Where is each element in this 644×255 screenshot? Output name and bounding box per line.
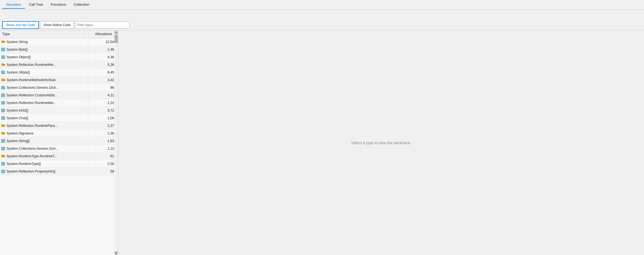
type-name: System.String (7, 40, 28, 44)
type-cell: System.Byte[] (0, 47, 88, 52)
type-row[interactable]: System.String[] 1,838 (0, 137, 118, 145)
show-native-code-button[interactable]: Show Native Code (40, 21, 74, 29)
type-row[interactable]: System.RuntimeType.RuntimeT... 615 (0, 152, 118, 160)
svg-rect-44 (2, 163, 4, 164)
profiler-window: Allocation Call Tree Functions Collectio… (0, 0, 644, 255)
blue-array-icon (1, 108, 5, 113)
type-cell: System.Reflection.CustomAttrib... (0, 93, 88, 97)
show-my-code-button[interactable]: Show Just My Code (2, 21, 39, 29)
content-area: Type Allocations System.String 12,540 (0, 30, 644, 255)
svg-rect-17 (2, 87, 4, 88)
svg-rect-39 (2, 148, 4, 149)
allocation-count: 12,540 (88, 40, 118, 44)
type-name: System.Int32[] (7, 109, 28, 112)
type-name: System.RuntimeType[] (7, 162, 41, 166)
type-row[interactable]: System.Reflection.CustomAttrib... 4,212 (0, 91, 118, 99)
svg-rect-29 (2, 118, 4, 119)
blue-array-icon (1, 146, 5, 151)
type-name: System.RuntimeType.RuntimeT... (7, 154, 57, 158)
orange-class-icon (1, 40, 5, 44)
allocation-count: 1,223 (88, 101, 118, 105)
type-row[interactable]: System.RuntimeMethodInfoStub 3,424 (0, 76, 118, 84)
type-cell: System.Object[] (0, 55, 88, 59)
type-cell: System.Signature (0, 131, 88, 136)
tab-call-tree[interactable]: Call Tree (25, 1, 47, 9)
type-row[interactable]: System.SByte[] 8,459 (0, 69, 118, 76)
type-row[interactable]: System.Collections.Generic.Dicti... 965 (0, 84, 118, 91)
type-cell: System.SByte[] (0, 70, 88, 75)
blue-array-icon (1, 70, 5, 75)
orange-class-icon (1, 78, 5, 82)
type-name: System.Reflection.PropertyInfo[] (7, 170, 55, 173)
type-name: System.Signature (7, 131, 33, 135)
type-name: System.Reflection.RuntimePara... (7, 124, 58, 128)
right-panel: Select a type to view the backtrace. (118, 30, 644, 255)
type-cell: System.Reflection.RuntimeMet... (0, 63, 88, 67)
svg-rect-12 (2, 72, 4, 73)
type-name: System.SByte[] (7, 70, 30, 74)
scroll-thumb[interactable] (115, 35, 118, 43)
scrollbar: ▲ ▼ (114, 30, 118, 255)
blue-array-icon (1, 116, 5, 120)
allocation-count: 965 (88, 86, 118, 90)
blue-array-icon (1, 55, 5, 59)
type-row[interactable]: System.Byte[] 1,483 (0, 46, 118, 53)
svg-rect-4 (2, 49, 4, 50)
type-name: System.Object[] (7, 55, 30, 59)
type-row[interactable]: System.Reflection.RuntimeMet... 5,260 (0, 61, 118, 69)
type-row[interactable]: System.Object[] 4,381 (0, 53, 118, 61)
type-name: System.String[] (7, 139, 30, 143)
type-row[interactable]: System.String 12,540 (0, 38, 118, 46)
blue-array-icon (1, 101, 5, 105)
type-name: System.Reflection.CustomAttrib... (7, 93, 57, 97)
type-row[interactable]: System.Int32[] 3,715 (0, 107, 118, 114)
allocation-count: 1,125 (88, 147, 118, 150)
type-row[interactable]: System.Reflection.RuntimePara... 1,271 (0, 122, 118, 130)
type-row[interactable]: System.Signature 1,368 (0, 130, 118, 137)
type-name: System.RuntimeMethodInfoStub (7, 78, 56, 82)
tab-functions[interactable]: Functions (47, 1, 70, 9)
type-column-header: Type (0, 30, 84, 38)
allocation-count: 2,566 (88, 162, 118, 166)
allocation-count: 596 (88, 170, 118, 173)
type-row[interactable]: System.Reflection.RuntimeMet... 1,223 (0, 99, 118, 107)
svg-rect-23 (2, 102, 4, 103)
orange-class-icon (1, 154, 5, 158)
column-headers: Type Allocations (0, 30, 118, 38)
type-name: System.Collections.Generic.Sort... (7, 147, 58, 150)
allocation-count: 4,381 (88, 55, 118, 59)
allocation-count: 1,271 (88, 124, 118, 128)
scroll-down-button[interactable]: ▼ (114, 251, 118, 255)
left-panel: Type Allocations System.String 12,540 (0, 30, 118, 255)
type-row[interactable]: System.Char[] 1,060 (0, 114, 118, 122)
type-row[interactable]: System.Collections.Generic.Sort... 1,125 (0, 145, 118, 152)
type-row[interactable]: System.RuntimeType[] 2,566 (0, 160, 118, 168)
allocation-count: 1,483 (88, 48, 118, 51)
allocation-count: 1,838 (88, 139, 118, 143)
allocation-count: 3,424 (88, 78, 118, 82)
type-cell: System.Char[] (0, 116, 88, 120)
allocation-count: 1,368 (88, 131, 118, 135)
svg-rect-36 (2, 140, 4, 142)
type-cell: System.Int32[] (0, 108, 88, 113)
svg-rect-7 (2, 57, 4, 58)
blue-array-icon (1, 93, 5, 97)
backtrace-placeholder: Select a type to view the backtrace. (351, 141, 411, 145)
toolbar: Show Just My Code Show Native Code (0, 20, 644, 30)
allocation-count: 1,060 (88, 116, 118, 120)
type-cell: System.Reflection.RuntimeMet... (0, 101, 88, 105)
blue-array-icon (1, 162, 5, 166)
scroll-up-button[interactable]: ▲ (114, 30, 118, 34)
tab-allocation[interactable]: Allocation (2, 1, 25, 9)
tab-collection[interactable]: Collection (70, 1, 93, 9)
filter-types-input[interactable] (75, 21, 130, 29)
allocation-count: 5,260 (88, 63, 118, 67)
svg-rect-47 (2, 171, 4, 172)
type-cell: System.Reflection.RuntimePara... (0, 124, 88, 128)
blue-array-icon (1, 139, 5, 143)
type-name: System.Reflection.RuntimeMet... (7, 101, 56, 105)
allocation-count: 615 (88, 154, 118, 158)
type-row[interactable]: System.Reflection.PropertyInfo[] 596 (0, 168, 118, 175)
orange-class-icon (1, 131, 5, 136)
allocation-count: 4,212 (88, 93, 118, 97)
